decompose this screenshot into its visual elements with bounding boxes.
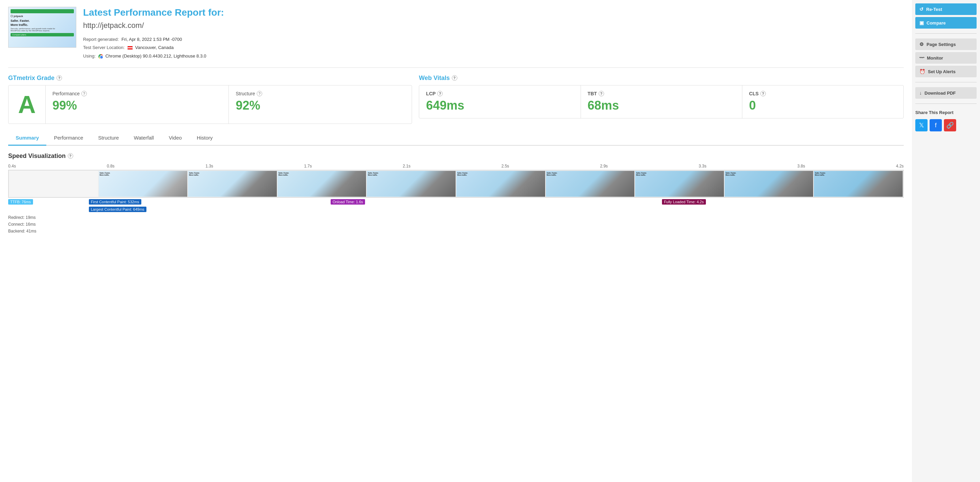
tl-8: 3.8s (797, 164, 805, 169)
meta-using-value: Chrome (Desktop) 90.0.4430.212, Lighthou… (99, 52, 206, 60)
page-settings-button[interactable]: ⚙ Page Settings (915, 38, 977, 50)
sidebar-divider-1 (915, 33, 977, 34)
tabs-bar: Summary Performance Structure Waterfall … (8, 131, 904, 146)
filmstrip-frame-2: Safer. Faster.More traffic. (99, 171, 188, 197)
web-vitals-help[interactable]: ? (452, 75, 457, 81)
share-twitter-button[interactable]: 𝕏 (915, 119, 928, 131)
tab-video[interactable]: Video (161, 131, 189, 146)
screenshot-logo-text: ⬡ jetpack (11, 14, 74, 18)
filmstrip-frame-8: Safer. Faster.More traffic. (635, 171, 724, 197)
structure-help[interactable]: ? (257, 91, 262, 96)
report-info: Latest Performance Report for: http://je… (83, 7, 904, 60)
page-settings-icon: ⚙ (920, 41, 924, 47)
tl-2: 1.3s (205, 164, 213, 169)
marker-fcp: First Contentful Paint: 532ms (89, 199, 141, 205)
retest-button[interactable]: ↺ Re-Test (915, 3, 977, 15)
tbt-item: TBT ? 68ms (581, 86, 742, 118)
tab-performance[interactable]: Performance (46, 131, 91, 146)
grade-card: A Performance ? 99% Structure (8, 85, 412, 124)
meta-server-value: Vancouver, Canada (127, 44, 173, 52)
filmstrip-frame-10: Safer. Faster.More traffic. (814, 171, 903, 197)
report-meta: Report generated: Fri, Apr 8, 2022 1:53 … (83, 35, 904, 60)
screenshot-cta-btn: Compare plans (11, 33, 74, 37)
timeline-labels: 0.4s 0.8s 1.3s 1.7s 2.1s 2.5s 2.9s 3.3s … (8, 164, 904, 169)
filmstrip-frame-6: Safer. Faster.More traffic. (456, 171, 545, 197)
timing-details: Redirect: 19ms Connect: 16ms Backend: 41… (8, 214, 904, 235)
cls-label: CLS ? (749, 91, 897, 96)
alerts-icon: ⏰ (920, 69, 925, 74)
chrome-icon (99, 54, 103, 59)
web-vitals-box: Web Vitals ? LCP ? 649ms TBT ? (419, 75, 904, 124)
tbt-label: TBT ? (588, 91, 735, 96)
meta-generated-label: Report generated: (83, 35, 119, 44)
structure-metric: Structure ? 92% (229, 86, 412, 124)
tl-0: 0.4s (8, 164, 16, 169)
tab-summary[interactable]: Summary (8, 131, 46, 146)
report-url: http://jetpack.com/ (83, 21, 904, 30)
share-link-button[interactable]: 🔗 (944, 119, 956, 131)
share-label: Share This Report (915, 110, 977, 115)
filmstrip-wrapper: Safer. Faster.More traffic. Safer. Faste… (8, 170, 904, 198)
link-icon: 🔗 (946, 121, 954, 129)
meta-generated: Report generated: Fri, Apr 8, 2022 1:53 … (83, 35, 904, 44)
meta-server-label: Test Server Location: (83, 44, 125, 52)
performance-help[interactable]: ? (81, 91, 87, 96)
meta-generated-value: Fri, Apr 8, 2022 1:53 PM -0700 (122, 35, 182, 44)
tab-waterfall[interactable]: Waterfall (126, 131, 161, 146)
download-pdf-button[interactable]: ↓ Download PDF (915, 87, 977, 99)
filmstrip-frame-9: Safer. Faster.More traffic. (725, 171, 813, 197)
tbt-help[interactable]: ? (599, 91, 604, 96)
tl-7: 3.3s (699, 164, 706, 169)
meta-using: Using: Chrome (Desktop) 90.0.4430.212, L… (83, 52, 904, 60)
performance-metric: Performance ? 99% (46, 86, 229, 124)
set-up-alerts-button[interactable]: ⏰ Set Up Alerts (915, 66, 977, 77)
speed-section: Speed Visualization ? 0.4s 0.8s 1.3s 1.7… (8, 153, 904, 235)
twitter-icon: 𝕏 (919, 121, 924, 129)
sidebar-divider-3 (915, 103, 977, 104)
screenshot-subtext: Security, performance, and growth tools … (11, 27, 74, 32)
tl-4: 2.1s (403, 164, 410, 169)
speed-viz-help[interactable]: ? (68, 153, 73, 159)
performance-label: Performance ? (52, 91, 222, 96)
lcp-item: LCP ? 649ms (419, 86, 581, 118)
monitor-icon: 〰 (920, 55, 924, 60)
grades-section: GTmetrix Grade ? A Performance ? 99% (8, 75, 904, 124)
marker-ttfb: TTFB: 76ms (8, 199, 33, 205)
meta-server: Test Server Location: Vancouver, Canada (83, 44, 904, 52)
sidebar: ↺ Re-Test ▣ Compare ⚙ Page Settings 〰 Mo… (912, 0, 980, 482)
marker-onload: Onload Time: 1.6s (331, 199, 365, 205)
screenshot-tagline: Safer. Faster.More traffic. (11, 19, 74, 27)
vitals-card: LCP ? 649ms TBT ? 68ms C (419, 85, 904, 118)
gtmetrix-grade-box: GTmetrix Grade ? A Performance ? 99% (8, 75, 412, 124)
timing-connect: Connect: 16ms (8, 221, 904, 228)
facebook-icon: f (935, 122, 936, 129)
tab-history[interactable]: History (189, 131, 220, 146)
tbt-value: 68ms (588, 99, 735, 113)
filmstrip-frame-4: Safer. Faster.More traffic. (277, 171, 366, 197)
share-facebook-button[interactable]: f (930, 119, 942, 131)
grade-letter: A (18, 92, 36, 117)
download-pdf-icon: ↓ (920, 90, 922, 95)
performance-value: 99% (52, 99, 222, 113)
structure-value: 92% (235, 99, 405, 113)
cls-item: CLS ? 0 (742, 86, 904, 118)
lcp-help[interactable]: ? (437, 91, 443, 96)
lcp-value: 649ms (426, 99, 573, 113)
marker-lcp: Largest Contentful Paint: 649ms (89, 207, 146, 212)
compare-button[interactable]: ▣ Compare (915, 17, 977, 29)
screenshot-preview: ⬡ jetpack Safer. Faster.More traffic. Se… (8, 7, 76, 48)
gtmetrix-grade-help[interactable]: ? (57, 75, 62, 81)
report-title: Latest Performance Report for: (83, 7, 904, 18)
monitor-button[interactable]: 〰 Monitor (915, 52, 977, 64)
tl-1: 0.8s (107, 164, 115, 169)
filmstrip-frame-7: Safer. Faster.More traffic. (546, 171, 635, 197)
cls-help[interactable]: ? (760, 91, 766, 96)
grade-metrics: Performance ? 99% Structure ? 92% (46, 86, 412, 124)
lcp-label: LCP ? (426, 91, 573, 96)
tab-structure[interactable]: Structure (91, 131, 126, 146)
timeline-markers: TTFB: 76ms First Contentful Paint: 532ms… (8, 199, 904, 212)
grade-letter-box: A (8, 86, 46, 124)
cls-value: 0 (749, 99, 897, 113)
meta-using-label: Using: (83, 52, 96, 60)
filmstrip-frame-3: Safer. Faster.More traffic. (188, 171, 277, 197)
